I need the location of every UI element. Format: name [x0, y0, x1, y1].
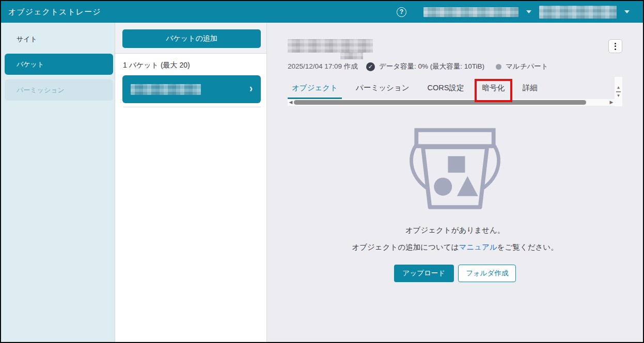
scroll-left-icon[interactable]: ◀ — [288, 100, 294, 105]
vertical-scrollbar[interactable]: ▲ ▼ — [615, 77, 622, 106]
hint-suffix: をご覧ください。 — [497, 243, 558, 251]
detail-header — [288, 39, 622, 53]
check-circle-icon: ✓ — [366, 62, 375, 71]
tenant-name-redacted — [539, 6, 617, 19]
scroll-down-icon[interactable]: ▼ — [617, 94, 621, 98]
tab-details[interactable]: 詳細 — [519, 76, 542, 99]
scroll-right-icon[interactable]: ▶ — [608, 100, 615, 105]
account-name-redacted — [423, 7, 519, 17]
vertical-scrollbar-thumb[interactable] — [616, 91, 621, 92]
sidebar-item-site[interactable]: サイト — [5, 29, 113, 49]
bucket-detail-panel: 2025/12/04 17:09 作成 ✓ データ容量: 0% (最大容量: 1… — [267, 23, 643, 342]
capacity-label: データ容量: 0% (最大容量: 10TiB) — [379, 62, 484, 71]
divider — [123, 107, 261, 107]
upload-button[interactable]: アップロード — [394, 265, 454, 282]
tab-objects[interactable]: オブジェクト — [288, 76, 342, 99]
empty-message: オブジェクトがありません。 — [405, 225, 505, 235]
more-options-button[interactable] — [608, 39, 622, 53]
tab-encryption-red-highlight[interactable]: 暗号化 — [478, 76, 509, 99]
main-layout: サイト バケット パーミッション バケットの追加 1 バケット (最大 20) … — [1, 23, 643, 342]
detail-bucket-name-redacted — [288, 39, 373, 53]
tab-cors[interactable]: CORS設定 — [423, 76, 468, 99]
help-icon[interactable]: ? — [397, 7, 406, 17]
bucket-list-item[interactable]: › — [122, 75, 261, 103]
kebab-dot — [615, 45, 616, 47]
empty-actions: アップロード フォルダ作成 — [394, 265, 516, 282]
scrollbar-thumb[interactable] — [294, 100, 586, 105]
kebab-dot — [615, 43, 616, 44]
sidebar-item-permission[interactable]: パーミッション — [5, 79, 113, 101]
add-bucket-button[interactable]: バケットの追加 — [122, 29, 261, 48]
kebab-dot — [615, 48, 616, 50]
tabs-container: オブジェクト パーミッション CORS設定 暗号化 詳細 ◀ ▶ ▲ ▼ — [288, 76, 615, 106]
scrollbar-track[interactable] — [294, 100, 608, 105]
sidebar-item-bucket[interactable]: バケット — [5, 54, 113, 75]
create-folder-button[interactable]: フォルダ作成 — [458, 265, 516, 282]
empty-bucket-illustration — [404, 125, 506, 212]
created-timestamp: 2025/12/04 17:09 作成 — [288, 62, 358, 71]
page-title: オブジェクトストレージ — [8, 7, 101, 17]
chevron-down-icon[interactable] — [624, 10, 630, 13]
app-window: オブジェクトストレージ ? サイト バケット パーミッション バケットの追加 1… — [0, 0, 644, 343]
scroll-up-icon[interactable]: ▲ — [617, 86, 621, 90]
tab-bar: オブジェクト パーミッション CORS設定 暗号化 詳細 — [288, 76, 615, 99]
bucket-list-header: バケットの追加 — [115, 23, 266, 54]
bucket-status-row: 2025/12/04 17:09 作成 ✓ データ容量: 0% (最大容量: 1… — [288, 62, 622, 71]
manual-link[interactable]: マニュアル — [459, 243, 497, 251]
empty-hint: オブジェクトの追加についてはマニュアルをご覧ください。 — [352, 242, 558, 252]
bucket-name-redacted — [131, 84, 201, 95]
multipart-dot-icon — [496, 64, 501, 70]
chevron-down-icon[interactable] — [526, 10, 531, 13]
topbar: オブジェクトストレージ ? — [1, 1, 643, 23]
sidebar: サイト バケット パーミッション — [1, 23, 115, 342]
bucket-list-panel: バケットの追加 1 バケット (最大 20) › — [115, 23, 267, 342]
hint-prefix: オブジェクトの追加については — [352, 243, 459, 251]
chevron-right-icon: › — [249, 83, 253, 96]
horizontal-scrollbar[interactable]: ◀ ▶ — [288, 99, 615, 106]
empty-state: オブジェクトがありません。 オブジェクトの追加についてはマニュアルをご覧ください… — [288, 106, 622, 282]
bucket-count-label: 1 バケット (最大 20) — [115, 54, 266, 75]
multipart-label: マルチパート — [506, 62, 548, 71]
topbar-right: ? — [397, 6, 633, 19]
tab-permission[interactable]: パーミッション — [352, 76, 414, 99]
